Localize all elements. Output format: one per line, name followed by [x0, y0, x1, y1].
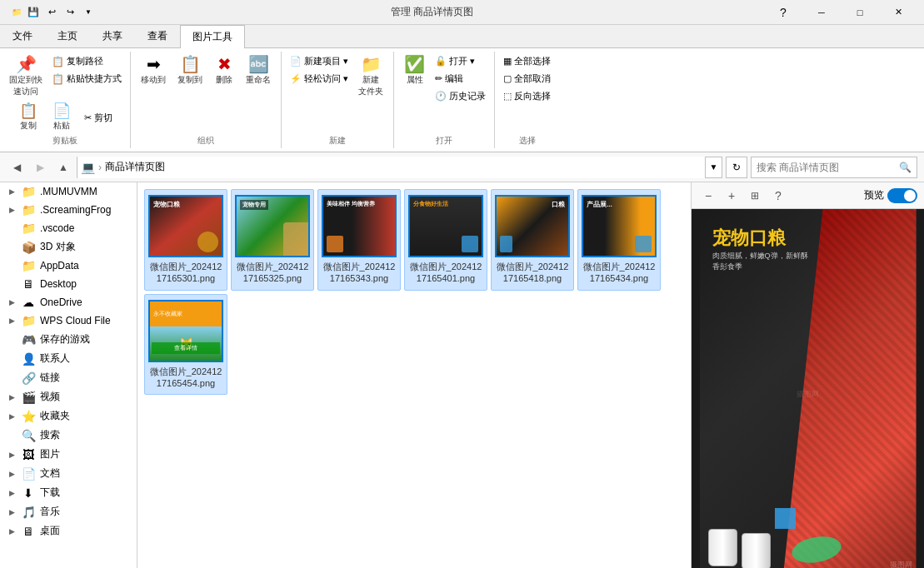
sidebar-label: 下载 [40, 486, 60, 500]
address-container[interactable]: 💻 › 商品详情页图 ▼ [77, 157, 722, 178]
close-button[interactable]: ✕ [879, 0, 917, 25]
list-item[interactable]: 美味相伴 均衡营养 微信图片_20241217165343.png [317, 189, 401, 291]
new-small-btns: 📄 新建项目 ▾ ⚡ 轻松访问 ▾ [287, 53, 352, 87]
properties-button[interactable]: ✅ 属性 [399, 53, 430, 88]
sidebar-item-search[interactable]: 🔍 搜索 [0, 426, 137, 445]
tab-picture-tools[interactable]: 图片工具 [180, 25, 245, 48]
expand-icon: ▶ [7, 450, 17, 460]
tab-home[interactable]: 主页 [45, 24, 90, 47]
list-item[interactable]: 口粮 微信图片_20241217165418.png [491, 189, 574, 291]
select-all-button[interactable]: ▦ 全部选择 [500, 53, 554, 69]
sidebar-item-vscode[interactable]: 📁 .vscode [0, 219, 137, 237]
sidebar-item-desktop[interactable]: 🖥 Desktop [0, 275, 137, 293]
new-folder-button[interactable]: 📁 新建文件夹 [353, 53, 388, 100]
preview-switch[interactable] [887, 188, 917, 203]
move-to-button[interactable]: ➡ 移动到 [136, 53, 171, 88]
sidebar-label: 桌面 [40, 524, 60, 538]
pin-icon: 📌 [16, 56, 37, 72]
list-item[interactable]: 永不收藏家 🐱 查看详情 微信图片_20241217165454.png [144, 294, 227, 396]
maximize-button[interactable]: □ [841, 0, 879, 25]
invert-select-button[interactable]: ⬚ 反向选择 [500, 88, 554, 104]
sidebar-item-videos[interactable]: ▶ 🎬 视频 [0, 387, 137, 406]
new-folder-label: 新建文件夹 [358, 74, 383, 97]
sidebar-item-onedrive[interactable]: ▶ ☁ OneDrive [0, 293, 137, 311]
games-icon: 🎮 [22, 333, 35, 346]
pin-quick-access-button[interactable]: 📌 固定到快速访问 [5, 53, 47, 100]
sidebar-label: .ScreamingFrog [40, 204, 111, 216]
help-button[interactable]: ? [764, 0, 802, 25]
tab-file[interactable]: 文件 [0, 24, 45, 47]
zoom-in-button[interactable]: + [722, 186, 742, 206]
preview-toggle[interactable]: 预览 [864, 188, 917, 203]
sidebar-item-games[interactable]: 🎮 保存的游戏 [0, 330, 137, 349]
copy-button[interactable]: 📋 复制 [12, 102, 44, 133]
refresh-button[interactable]: ↻ [726, 157, 747, 178]
zoom-out-button[interactable]: − [698, 186, 718, 206]
select-none-button[interactable]: ▢ 全部取消 [500, 71, 554, 87]
easy-access-button[interactable]: ⚡ 轻松访问 ▾ [287, 71, 352, 87]
tab-share[interactable]: 共享 [90, 24, 135, 47]
grid-view-button[interactable]: ⊞ [745, 186, 765, 206]
up-button[interactable]: ▲ [53, 157, 73, 177]
paste-shortcut-label: 粘贴快捷方式 [67, 72, 122, 85]
customize-button[interactable]: ▼ [80, 4, 97, 21]
sidebar-label: 搜索 [40, 428, 60, 442]
copy-path-button[interactable]: 📋 复制路径 [48, 53, 125, 69]
sidebar-label: 保存的游戏 [40, 332, 90, 346]
save-button[interactable]: 💾 [25, 4, 42, 21]
list-item[interactable]: 分食物好生活 微信图片_20241217165401.png [404, 189, 487, 291]
paste-button[interactable]: 📄 粘贴 [46, 102, 77, 133]
redo-button[interactable]: ↪ [62, 4, 78, 21]
sidebar-item-3d[interactable]: 📦 3D 对象 [0, 237, 137, 257]
edit-button[interactable]: ✏ 编辑 [432, 71, 489, 87]
sidebar-item-pictures[interactable]: ▶ 🖼 图片 [0, 445, 137, 464]
copy-to-button[interactable]: 📋 复制到 [172, 53, 207, 88]
open-label: 打开 ▾ [449, 55, 475, 67]
open-small-btns: 🔓 打开 ▾ ✏ 编辑 🕐 历史记录 [432, 53, 489, 104]
help-button[interactable]: ? [768, 186, 788, 206]
address-dropdown-button[interactable]: ▼ [705, 157, 722, 178]
rename-button[interactable]: 🔤 重命名 [241, 53, 276, 88]
sidebar-item-mumuvmm[interactable]: ▶ 📁 .MUMUVMM [0, 182, 137, 201]
search-box[interactable]: 🔍 [751, 157, 917, 178]
properties-icon: ✅ [404, 56, 425, 72]
back-button[interactable]: ◀ [7, 157, 27, 177]
expand-icon: ▶ [7, 488, 17, 498]
sidebar-item-documents[interactable]: ▶ 📄 文档 [0, 464, 137, 483]
minimize-button[interactable]: ─ [802, 0, 841, 25]
tab-view[interactable]: 查看 [135, 24, 180, 47]
address-path[interactable]: 💻 › 商品详情页图 [77, 157, 705, 178]
select-all-label: 全部选择 [514, 55, 551, 67]
breadcrumb-folder: 商品详情页图 [105, 160, 165, 174]
toggle-knob [904, 190, 916, 202]
sidebar-item-wps[interactable]: ▶ 📁 WPS Cloud File [0, 311, 137, 330]
expand-icon: ▶ [7, 316, 17, 326]
select-group-label: 选择 [519, 133, 536, 147]
sidebar-item-links[interactable]: 🔗 链接 [0, 368, 137, 387]
undo-button[interactable]: ↩ [43, 4, 60, 21]
history-button[interactable]: 🕐 历史记录 [432, 88, 489, 104]
list-item[interactable]: 宠物专用 微信图片_20241217165325.png [231, 189, 314, 291]
desktop-icon: 🖥 [22, 277, 35, 291]
search-input[interactable] [757, 162, 896, 173]
wps-icon: 📁 [22, 314, 35, 327]
cut-button[interactable]: ✂ 剪切 [79, 102, 117, 133]
open-button[interactable]: 🔓 打开 ▾ [432, 53, 489, 69]
sidebar-item-music[interactable]: ▶ 🎵 音乐 [0, 502, 137, 521]
sidebar-item-desktop2[interactable]: ▶ 🖥 桌面 [0, 521, 137, 541]
new-item-button[interactable]: 📄 新建项目 ▾ [287, 53, 352, 69]
sidebar-label: AppData [40, 260, 79, 272]
sidebar-item-downloads[interactable]: ▶ ⬇ 下载 [0, 483, 137, 502]
expand-icon: ▶ [7, 297, 17, 307]
sidebar-item-favorites[interactable]: ▶ ⭐ 收藏夹 [0, 406, 137, 426]
sidebar-item-contacts[interactable]: 👤 联系人 [0, 349, 137, 368]
expand-icon: ▶ [7, 205, 17, 215]
select-none-icon: ▢ [503, 73, 512, 84]
sidebar-item-screamingfrog[interactable]: ▶ 📁 .ScreamingFrog [0, 201, 137, 219]
cut-label: 剪切 [94, 112, 112, 124]
list-item[interactable]: 产品展... 微信图片_20241217165434.png [577, 189, 661, 291]
delete-button[interactable]: ✖ 删除 [209, 53, 239, 88]
sidebar-item-appdata[interactable]: 📁 AppData [0, 257, 137, 275]
paste-shortcut-button[interactable]: 📋 粘贴快捷方式 [48, 71, 125, 87]
list-item[interactable]: 宠物口粮 微信图片_20241217165301.png [144, 189, 227, 291]
